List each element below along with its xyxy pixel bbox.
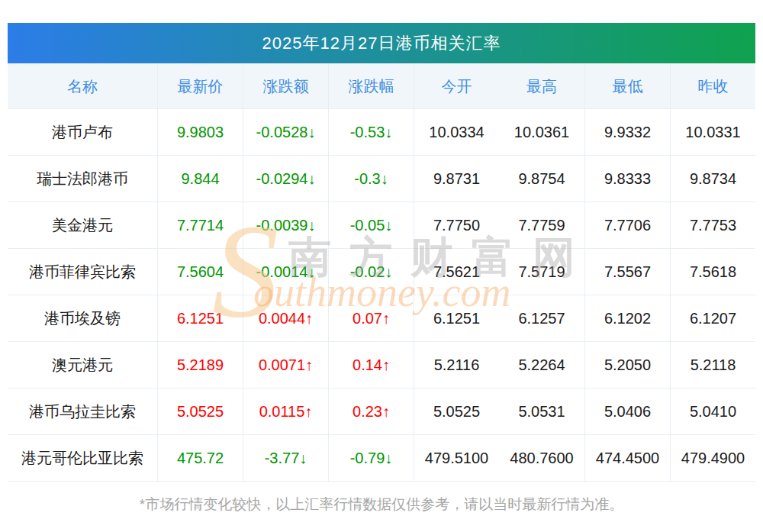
open-cell: 6.1251 [414,295,499,341]
column-header-last: 最新价 [157,63,243,108]
change-pct-cell: -0.53↓ [328,109,414,155]
prev-close-cell: 7.5618 [670,249,755,295]
open-cell: 479.5100 [414,435,499,481]
last-price-cell: 6.1251 [157,295,243,341]
open-cell: 5.0525 [414,389,499,434]
change-pct-cell: 0.14↑ [328,342,414,388]
rates-table: 2025年12月27日港币相关汇率 名称 最新价 涨跌额 涨跌幅 今开 最高 最… [8,23,755,482]
column-header-name: 名称 [8,63,157,108]
last-price-cell: 7.7714 [157,202,243,248]
open-cell: 9.8731 [414,156,499,202]
low-cell: 7.5567 [584,249,670,295]
prev-close-cell: 479.4900 [670,435,755,481]
name-cell: 瑞士法郎港币 [8,156,157,202]
prev-close-cell: 10.0331 [670,109,755,155]
name-cell: 美金港元 [8,202,157,248]
change-pct-cell: -0.79↓ [328,435,414,481]
table-row: 澳元港元5.21890.0071↑0.14↑5.21165.22645.2050… [8,342,755,389]
last-price-cell: 9.9803 [157,109,243,155]
low-cell: 5.2050 [584,342,670,388]
name-cell: 港币乌拉圭比索 [8,389,157,434]
name-cell: 港币卢布 [8,109,157,155]
column-header-high: 最高 [499,63,584,108]
disclaimer-note: *市场行情变化较快，以上汇率行情数据仅供参考，请以当时最新行情为准。 [0,495,763,514]
high-cell: 5.0531 [499,389,584,434]
high-cell: 9.8754 [499,156,584,202]
table-row: 港币菲律宾比索7.5604-0.0014↓-0.02↓7.56217.57197… [8,249,755,295]
table-row: 港币乌拉圭比索5.05250.0115↑0.23↑5.05255.05315.0… [8,389,755,435]
change-cell: -0.0039↓ [243,202,328,248]
prev-close-cell: 9.8734 [670,156,755,202]
high-cell: 7.7759 [499,202,584,248]
name-cell: 港元哥伦比亚比索 [8,435,157,481]
high-cell: 6.1257 [499,295,584,341]
high-cell: 10.0361 [499,109,584,155]
low-cell: 5.0406 [584,389,670,434]
prev-close-cell: 6.1207 [670,295,755,341]
name-cell: 港币菲律宾比索 [8,249,157,295]
prev-close-cell: 5.2118 [670,342,755,388]
table-row: 美金港元7.7714-0.0039↓-0.05↓7.77507.77597.77… [8,202,755,249]
table-title: 2025年12月27日港币相关汇率 [8,23,755,63]
high-cell: 480.7600 [499,435,584,481]
low-cell: 9.8333 [584,156,670,202]
column-header-prev-close: 昨收 [670,63,755,108]
last-price-cell: 475.72 [157,435,243,481]
change-cell: -3.77↓ [243,435,328,481]
change-pct-cell: 0.23↑ [328,389,414,434]
low-cell: 7.7706 [584,202,670,248]
low-cell: 6.1202 [584,295,670,341]
column-header-low: 最低 [584,63,670,108]
last-price-cell: 5.0525 [157,389,243,434]
low-cell: 474.4500 [584,435,670,481]
column-header-open: 今开 [414,63,499,108]
prev-close-cell: 5.0410 [670,389,755,434]
prev-close-cell: 7.7753 [670,202,755,248]
low-cell: 9.9332 [584,109,670,155]
change-cell: -0.0528↓ [243,109,328,155]
name-cell: 港币埃及镑 [8,295,157,341]
change-cell: 0.0071↑ [243,342,328,388]
open-cell: 7.5621 [414,249,499,295]
column-header-change: 涨跌额 [243,63,328,108]
column-header-change-pct: 涨跌幅 [328,63,414,108]
rates-table-body: 港币卢布9.9803-0.0528↓-0.53↓10.033410.03619.… [8,109,755,482]
last-price-cell: 5.2189 [157,342,243,388]
change-cell: 0.0044↑ [243,295,328,341]
last-price-cell: 7.5604 [157,249,243,295]
table-header-row: 名称 最新价 涨跌额 涨跌幅 今开 最高 最低 昨收 [8,63,755,109]
last-price-cell: 9.844 [157,156,243,202]
open-cell: 7.7750 [414,202,499,248]
open-cell: 10.0334 [414,109,499,155]
high-cell: 5.2264 [499,342,584,388]
change-cell: 0.0115↑ [243,389,328,434]
name-cell: 澳元港元 [8,342,157,388]
change-pct-cell: -0.3↓ [328,156,414,202]
table-row: 瑞士法郎港币9.844-0.0294↓-0.3↓9.87319.87549.83… [8,156,755,202]
table-row: 港元哥伦比亚比索475.72-3.77↓-0.79↓479.5100480.76… [8,435,755,482]
change-pct-cell: -0.05↓ [328,202,414,248]
table-row: 港币卢布9.9803-0.0528↓-0.53↓10.033410.03619.… [8,109,755,156]
change-pct-cell: 0.07↑ [328,295,414,341]
change-pct-cell: -0.02↓ [328,249,414,295]
change-cell: -0.0294↓ [243,156,328,202]
change-cell: -0.0014↓ [243,249,328,295]
open-cell: 5.2116 [414,342,499,388]
high-cell: 7.5719 [499,249,584,295]
table-row: 港币埃及镑6.12510.0044↑0.07↑6.12516.12576.120… [8,295,755,342]
